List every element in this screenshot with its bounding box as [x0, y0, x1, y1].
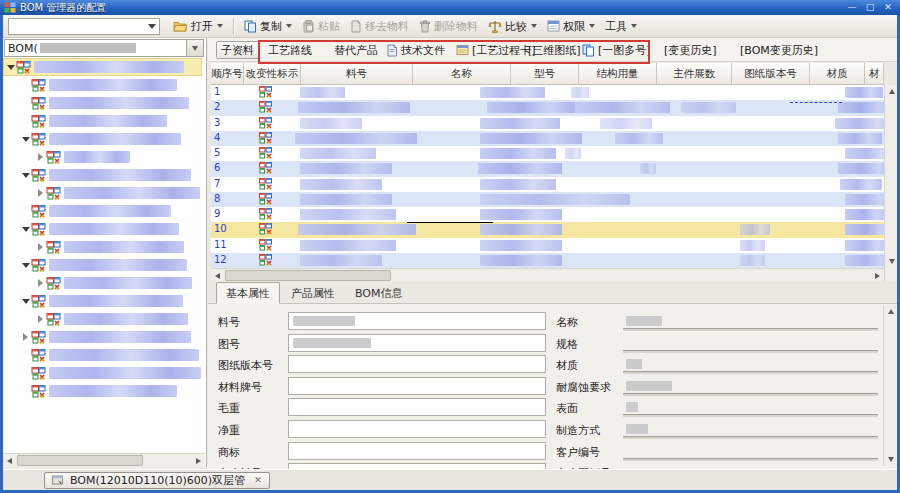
- tree-item[interactable]: [3, 238, 205, 256]
- table-row[interactable]: 4: [211, 131, 884, 146]
- tree-item[interactable]: [3, 346, 205, 364]
- expander-closed-icon[interactable]: [35, 243, 46, 251]
- bom-change-history-button[interactable]: [BOM变更历史]: [736, 41, 822, 59]
- column-header[interactable]: 结构用量: [579, 63, 657, 84]
- tree-item[interactable]: [3, 256, 205, 274]
- bom-selector-combo[interactable]: BOM(: [4, 39, 204, 57]
- expander-open-icon[interactable]: [20, 137, 31, 142]
- form-input[interactable]: [288, 442, 546, 460]
- close-tab-icon[interactable]: ✕: [254, 475, 262, 485]
- expander-closed-icon[interactable]: [35, 153, 46, 161]
- tech-documents-button[interactable]: 技术文件: [382, 41, 449, 59]
- form-input[interactable]: [288, 377, 546, 395]
- tree-item[interactable]: [3, 382, 205, 400]
- tree-item[interactable]: [3, 202, 205, 220]
- tree-horizontal-scrollbar[interactable]: [3, 453, 205, 467]
- close-button[interactable]: ✕: [882, 1, 894, 13]
- scroll-up-button[interactable]: [884, 305, 897, 318]
- expander-open-icon[interactable]: [20, 173, 31, 178]
- tab-product-properties[interactable]: 产品属性: [282, 283, 344, 303]
- scroll-right-button[interactable]: [192, 454, 205, 467]
- tree-item[interactable]: [3, 310, 205, 328]
- tree-item[interactable]: [3, 292, 205, 310]
- tree-item[interactable]: [3, 166, 205, 184]
- scroll-left-button[interactable]: [211, 269, 224, 282]
- tab-basic-properties[interactable]: 基本属性: [216, 282, 280, 304]
- change-history-button[interactable]: [变更历史]: [660, 41, 721, 59]
- open-bom-tab[interactable]: BOM(12010D110(10)600)双层管 ✕: [44, 472, 270, 489]
- column-header[interactable]: 材: [865, 63, 884, 84]
- form-input[interactable]: [623, 312, 878, 329]
- expander-closed-icon[interactable]: [35, 315, 46, 323]
- tree-item[interactable]: [3, 76, 205, 94]
- scroll-right-button[interactable]: [871, 269, 884, 282]
- form-input[interactable]: [288, 312, 546, 330]
- tree-item[interactable]: [3, 130, 205, 148]
- table-row[interactable]: 11: [211, 238, 884, 253]
- expander-closed-icon[interactable]: [35, 279, 46, 287]
- table-row[interactable]: 12: [211, 253, 884, 268]
- table-row[interactable]: 1: [211, 85, 884, 100]
- table-row[interactable]: 8: [211, 192, 884, 207]
- expander-open-icon[interactable]: [5, 65, 16, 70]
- tree-item[interactable]: [3, 364, 205, 382]
- scroll-down-button[interactable]: [884, 453, 897, 466]
- expander-open-icon[interactable]: [20, 299, 31, 304]
- form-input[interactable]: [623, 377, 878, 394]
- column-header[interactable]: 改变性标示: [244, 63, 301, 84]
- open-button[interactable]: 打开: [168, 17, 228, 36]
- tools-button[interactable]: 工具: [600, 17, 642, 36]
- table-horizontal-scrollbar[interactable]: [211, 268, 884, 281]
- table-row[interactable]: 3: [211, 116, 884, 131]
- table-row[interactable]: 9: [211, 207, 884, 222]
- table-row[interactable]: 2: [211, 100, 884, 115]
- column-header[interactable]: 名称: [413, 63, 511, 84]
- process-route-button[interactable]: 工艺路线: [264, 41, 316, 59]
- tree-item[interactable]: [3, 58, 205, 76]
- table-vertical-scrollbar[interactable]: [884, 85, 897, 281]
- permissions-button[interactable]: 权限: [542, 17, 600, 36]
- tree-item[interactable]: [3, 274, 205, 292]
- form-input[interactable]: [623, 442, 878, 459]
- table-row[interactable]: 7: [211, 177, 884, 192]
- form-input[interactable]: [288, 355, 546, 373]
- column-header[interactable]: 主件展数: [657, 63, 732, 84]
- form-input[interactable]: [623, 355, 878, 372]
- tree-item[interactable]: [3, 328, 205, 346]
- column-header[interactable]: 材质: [810, 63, 865, 84]
- form-input[interactable]: [623, 398, 878, 415]
- tab-bom-info[interactable]: BOM信息: [346, 283, 412, 303]
- copy-button[interactable]: 复制: [239, 17, 297, 36]
- scroll-left-button[interactable]: [3, 454, 16, 467]
- 3d-drawing-button[interactable]: [三维图纸]: [524, 41, 585, 59]
- tree-item[interactable]: [3, 220, 205, 238]
- table-row[interactable]: 6: [211, 161, 884, 176]
- form-input[interactable]: [288, 334, 546, 352]
- column-header[interactable]: 料号: [301, 63, 413, 84]
- scrollbar-thumb[interactable]: [17, 455, 143, 466]
- combo-dropdown-button[interactable]: [186, 40, 203, 56]
- minimize-button[interactable]: —: [846, 1, 858, 13]
- compare-button[interactable]: 比较: [483, 17, 542, 36]
- substitute-products-button[interactable]: 替代产品: [330, 41, 382, 59]
- scrollbar-thumb[interactable]: [225, 270, 391, 281]
- table-row[interactable]: 10: [211, 222, 884, 237]
- column-header[interactable]: 型号: [511, 63, 579, 84]
- sub-data-button[interactable]: 子资料: [216, 41, 259, 59]
- form-input[interactable]: [623, 420, 878, 437]
- expander-closed-icon[interactable]: [20, 333, 31, 341]
- tree-item[interactable]: [3, 112, 205, 130]
- form-input[interactable]: [623, 334, 878, 351]
- form-input[interactable]: [288, 420, 546, 438]
- expander-closed-icon[interactable]: [35, 189, 46, 197]
- form-input[interactable]: [288, 398, 546, 416]
- one-drawing-multi-number-button[interactable]: [一图多号]: [578, 41, 655, 59]
- tree-item[interactable]: [3, 184, 205, 202]
- panel-vertical-scrollbar[interactable]: [883, 305, 896, 466]
- column-header[interactable]: 顺序号: [211, 63, 244, 84]
- expander-open-icon[interactable]: [20, 263, 31, 268]
- maximize-button[interactable]: □: [864, 1, 876, 13]
- tree-item[interactable]: [3, 94, 205, 112]
- expander-open-icon[interactable]: [20, 227, 31, 232]
- quick-open-combo[interactable]: [8, 18, 160, 35]
